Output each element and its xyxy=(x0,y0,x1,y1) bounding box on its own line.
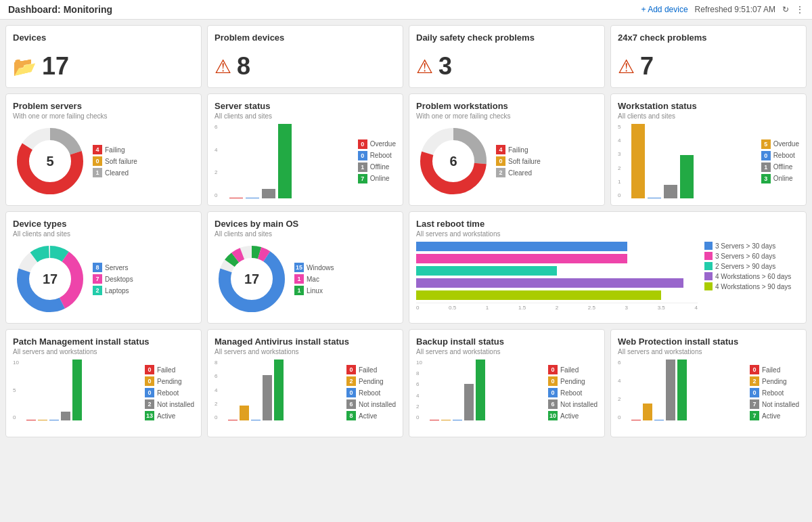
managed-antivirus-chart: 86420 0 Failed 2 Pending 0 xyxy=(215,360,396,420)
problem-servers-donut: 5 xyxy=(13,124,87,198)
problem-servers-center: 5 xyxy=(46,154,53,169)
web-protection-title: Web Protection install status xyxy=(618,336,799,347)
ws-bar-offline xyxy=(664,185,677,198)
problem-servers-card: Problem servers With one or more failing… xyxy=(5,93,202,206)
ws-bar-overdue xyxy=(631,124,645,198)
app-header: Dashboard: Monitoring + Add device Refre… xyxy=(0,0,812,20)
server-status-legend: 0 Overdue 0 Reboot 1 Offline 7 Online xyxy=(358,139,396,183)
backup-card: Backup install status All servers and wo… xyxy=(409,329,605,437)
last-reboot-card: Last reboot time All servers and worksta… xyxy=(409,211,807,324)
legend-item-soft-failure: 0 Soft failure xyxy=(93,156,137,166)
backup-subtitle: All servers and workstations xyxy=(416,348,597,355)
hbar-axis: 00.511.522.533.54 xyxy=(416,303,698,311)
device-types-card: Device types All clients and sites 17 8 xyxy=(5,211,202,324)
devices-icon: 📂 xyxy=(13,56,37,78)
hbar-fill-5 xyxy=(416,290,661,300)
patch-management-subtitle: All servers and workstations xyxy=(13,348,194,355)
problem-devices-title: Problem devices xyxy=(215,32,284,43)
last-reboot-title: Last reboot time xyxy=(416,219,799,229)
backup-title: Backup install status xyxy=(416,336,597,347)
backup-legend: 0 Failed 0 Pending 0 Reboot 6 Not instal… xyxy=(548,365,597,420)
hbar-row-4 xyxy=(416,278,698,288)
patch-bars: 1050 xyxy=(13,360,141,420)
managed-antivirus-subtitle: All servers and workstations xyxy=(215,348,396,355)
page-title: Dashboard: Monitoring xyxy=(8,4,112,15)
legend-item-failing: 4 Failing xyxy=(93,145,137,154)
offline-box: 1 xyxy=(358,162,367,172)
problem-workstations-card: Problem workstations With one or more fa… xyxy=(409,93,605,206)
more-menu-icon[interactable]: ⋮ xyxy=(796,5,804,14)
workstation-status-subtitle: All clients and sites xyxy=(618,112,799,120)
managed-antivirus-card: Managed Antivirus install status All ser… xyxy=(207,329,403,437)
problem-devices-card: Problem devices ⚠ 8 xyxy=(207,25,403,88)
overdue-box: 0 xyxy=(358,139,367,149)
problem-workstations-subtitle: With one or more failing checks xyxy=(416,112,597,120)
hbar-row-5 xyxy=(416,290,698,300)
devices-by-os-subtitle: All clients and sites xyxy=(215,230,396,238)
247-check-value-row: ⚠ 7 xyxy=(618,52,654,81)
devices-count: 17 xyxy=(42,52,69,81)
hbar-fill-1 xyxy=(416,242,627,251)
problem-servers-subtitle: With one or more failing checks xyxy=(13,112,194,120)
server-status-title: Server status xyxy=(215,101,396,111)
problem-workstations-legend: 4 Failing 0 Soft failure 2 Cleared xyxy=(496,145,541,177)
problem-servers-chart: 5 4 Failing 0 Soft failure 1 Cleared xyxy=(13,124,194,198)
bar-overdue xyxy=(229,198,243,198)
patch-management-chart: 1050 0 Failed 0 Pending 0 R xyxy=(13,360,194,420)
patch-management-title: Patch Management install status xyxy=(13,336,194,347)
247-check-count: 7 xyxy=(640,52,654,81)
devices-title: Devices xyxy=(13,32,46,43)
server-status-subtitle: All clients and sites xyxy=(215,112,396,120)
managed-antivirus-title: Managed Antivirus install status xyxy=(215,336,396,347)
web-protection-card: Web Protection install status All server… xyxy=(610,329,807,437)
hbar-fill-4 xyxy=(416,278,683,288)
web-protection-bars: 6420 xyxy=(618,360,746,420)
soft-failure-label: Soft failure xyxy=(105,158,137,165)
dashboard-grid: Devices 📂 17 Problem devices ⚠ 8 Daily s… xyxy=(0,20,812,443)
patch-management-card: Patch Management install status All serv… xyxy=(5,329,202,437)
devices-value-row: 📂 17 xyxy=(13,52,69,81)
refresh-icon[interactable]: ↻ xyxy=(782,5,789,14)
cleared-label: Cleared xyxy=(105,169,129,177)
problem-devices-value-row: ⚠ 8 xyxy=(215,52,250,81)
web-protection-chart: 6420 0 Failed 2 Pending 0 R xyxy=(618,360,799,420)
daily-safety-title: Daily safety check problems xyxy=(416,32,535,43)
bar-online xyxy=(278,124,292,198)
problem-devices-warning-icon: ⚠ xyxy=(215,56,231,78)
last-reboot-content: 00.511.522.533.54 3 Servers > 30 days 3 … xyxy=(416,242,799,311)
devices-by-os-card: Devices by main OS All clients and sites… xyxy=(207,211,403,324)
backup-chart: 1086420 0 Failed 0 Pending 0 xyxy=(416,360,597,420)
managed-antivirus-legend: 0 Failed 2 Pending 0 Reboot 6 Not instal… xyxy=(346,365,396,420)
hbar-row-3 xyxy=(416,266,698,276)
web-protection-subtitle: All servers and workstations xyxy=(618,348,799,355)
cleared-color: 1 xyxy=(93,168,102,177)
server-status-chart: 6420 0 Overdue 0 Reboot xyxy=(215,124,396,198)
hbar-row-2 xyxy=(416,254,698,263)
last-reboot-subtitle: All servers and workstations xyxy=(416,230,799,238)
workstation-status-chart: 543210 5 Overdue 0 Reboot xyxy=(618,124,799,198)
device-types-donut: 17 xyxy=(13,242,87,316)
web-protection-legend: 0 Failed 2 Pending 0 Reboot 7 Not instal… xyxy=(750,365,799,420)
ws-bar-reboot xyxy=(648,198,661,198)
last-reboot-bars: 00.511.522.533.54 xyxy=(416,242,698,311)
daily-safety-card: Daily safety check problems ⚠ 3 xyxy=(409,25,605,88)
legend-item-cleared: 1 Cleared xyxy=(93,168,137,177)
problem-devices-count: 8 xyxy=(237,52,250,81)
device-types-title: Device types xyxy=(13,219,194,229)
daily-safety-count: 3 xyxy=(438,52,452,81)
problem-workstations-title: Problem workstations xyxy=(416,101,597,111)
reboot-box: 0 xyxy=(358,151,367,160)
last-reboot-legend: 3 Servers > 30 days 3 Servers > 60 days … xyxy=(704,242,799,311)
problem-workstations-chart: 6 4 Failing 0 Soft failure 2 Cleared xyxy=(416,124,597,198)
devices-by-os-title: Devices by main OS xyxy=(215,219,396,229)
add-device-button[interactable]: + Add device xyxy=(641,5,688,14)
devices-by-os-donut: 17 xyxy=(215,242,289,316)
refresh-label: Refreshed 9:51:07 AM xyxy=(695,5,775,14)
workstation-status-legend: 5 Overdue 0 Reboot 1 Offline 3 Online xyxy=(761,139,799,183)
247-check-warning-icon: ⚠ xyxy=(618,56,635,78)
backup-bars: 1086420 xyxy=(416,360,544,420)
header-right: + Add device Refreshed 9:51:07 AM ↻ ⋮ xyxy=(641,5,804,14)
soft-failure-color: 0 xyxy=(93,156,102,166)
device-types-legend: 8 Servers 7 Desktops 2 Laptops xyxy=(93,263,133,295)
failing-color: 4 xyxy=(93,145,102,154)
